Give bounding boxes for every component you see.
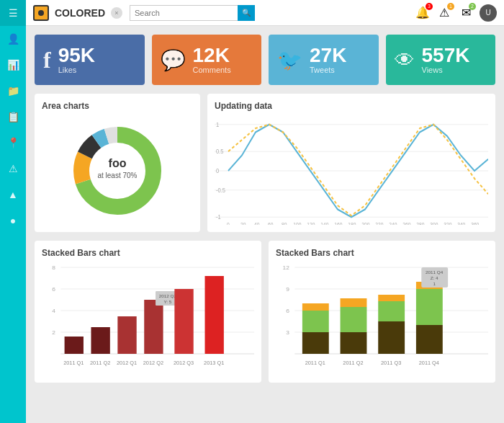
svg-text:120: 120 [307, 222, 315, 225]
bar-r-2011q4-green [416, 289, 443, 325]
stat-card-comments: 💬 12K Comments [152, 35, 262, 85]
sidebar-icon-menu[interactable]: ☰ [0, 0, 26, 26]
sidebar-icon-warning[interactable]: ⚠ [0, 156, 26, 182]
stat-card-views: 👁 557K Views [386, 35, 496, 85]
svg-text:2011 Q2: 2011 Q2 [90, 360, 110, 366]
brand-logo-inner [38, 10, 44, 16]
svg-text:200: 200 [361, 222, 369, 225]
donut-chart-title: Area charts [42, 101, 193, 111]
bar-r-2011q2-orange [341, 298, 367, 307]
donut-center-bg [90, 143, 145, 198]
svg-text:2011 Q1: 2011 Q1 [63, 360, 84, 366]
svg-text:320: 320 [444, 222, 451, 225]
content-area: f 95K Likes 💬 12K Comments 🐦 27K Tweets [26, 26, 504, 423]
svg-text:180: 180 [348, 222, 356, 225]
svg-text:300: 300 [430, 222, 438, 225]
notification-icon-2[interactable]: ⚠ 1 [436, 5, 452, 21]
sidebar-icon-triangle[interactable]: ▲ [0, 182, 26, 208]
svg-text:2012 Q2: 2012 Q2 [143, 360, 163, 366]
stat-label-comments: Comments [193, 66, 231, 74]
stat-label-facebook: Likes [58, 66, 95, 74]
notification-badge-2: 1 [447, 3, 454, 10]
stat-value-views: 557K [422, 45, 470, 66]
sidebar-icon-folder[interactable]: 📁 [0, 78, 26, 104]
charts-row-1: Area charts [35, 94, 495, 232]
search-input[interactable] [130, 5, 238, 21]
sidebar-icon-pin[interactable]: 📍 [0, 130, 26, 156]
brand-title: COLORED [55, 7, 105, 19]
stat-text-facebook: 95K Likes [58, 45, 95, 74]
donut-center-label: foo [109, 157, 127, 169]
svg-text:-0.5: -0.5 [216, 187, 226, 195]
svg-text:2012 Q3: 2012 Q3 [174, 360, 194, 366]
stat-label-views: Views [422, 66, 470, 74]
svg-text:240: 240 [389, 222, 397, 225]
svg-text:2: 2 [52, 329, 55, 336]
bar-chart-left-svg: 8 6 4 2 2011 Q1 2011 Q2 2012 Q1 [42, 264, 254, 375]
notification-icon-3[interactable]: ✉ 2 [458, 5, 474, 21]
svg-text:6: 6 [286, 308, 289, 314]
bar-chart-left-title: Stacked Bars chart [42, 248, 254, 258]
svg-text:0: 0 [227, 222, 230, 225]
bar-2012q1 [117, 316, 136, 354]
svg-text:0.5: 0.5 [216, 148, 224, 156]
donut-chart-card: Area charts [35, 94, 200, 232]
bar-r-2011q2-green [341, 307, 367, 332]
svg-text:100: 100 [293, 222, 301, 225]
stat-card-facebook: f 95K Likes [35, 35, 145, 85]
svg-text:2011 Q3: 2011 Q3 [381, 360, 401, 366]
svg-text:2013 Q1: 2013 Q1 [204, 360, 224, 366]
svg-text:280: 280 [416, 222, 424, 225]
svg-text:12: 12 [283, 264, 290, 271]
bar-r-2011q3-green [378, 301, 405, 321]
bar-chart-left-card: Stacked Bars chart 8 6 4 2 [35, 241, 261, 383]
svg-text:260: 260 [402, 222, 410, 225]
comments-icon: 💬 [161, 48, 186, 72]
sidebar-icon-list[interactable]: 📋 [0, 104, 26, 130]
svg-text:2012 Q1: 2012 Q1 [117, 360, 137, 366]
stat-card-twitter: 🐦 27K Tweets [269, 35, 379, 85]
svg-text:360: 360 [471, 222, 479, 225]
svg-text:Y: 5: Y: 5 [163, 299, 171, 304]
views-icon: 👁 [395, 48, 415, 72]
svg-text:340: 340 [457, 222, 465, 225]
svg-text:4: 4 [52, 308, 55, 314]
svg-text:6: 6 [52, 286, 55, 293]
stat-text-twitter: 27K Tweets [310, 45, 346, 74]
user-avatar[interactable]: U [480, 4, 497, 22]
svg-text:-1: -1 [216, 214, 221, 221]
donut-center-sublabel: at least 70% [97, 172, 137, 179]
sidebar-icon-user[interactable]: 👤 [0, 26, 26, 52]
bar-r-2011q1-orange [302, 303, 329, 311]
topbar-close-btn[interactable]: × [111, 7, 122, 19]
line-chart-wrap: 1 0.5 0 -0.5 -1 0 20 40 60 [215, 117, 488, 225]
sidebar-icon-chart[interactable]: 📊 [0, 52, 26, 78]
bar-2011q1 [65, 337, 84, 354]
notification-icon-1[interactable]: 🔔 3 [415, 5, 431, 21]
bar-chart-left-wrap: 8 6 4 2 2011 Q1 2011 Q2 2012 Q1 [42, 264, 254, 375]
stat-text-views: 557K Views [422, 45, 470, 74]
sidebar: ☰ 👤 📊 📁 📋 📍 ⚠ ▲ ● [0, 0, 26, 423]
topbar-icons: 🔔 3 ⚠ 1 ✉ 2 U [415, 4, 497, 22]
svg-text:3: 3 [286, 329, 289, 336]
stat-value-twitter: 27K [310, 45, 346, 66]
stat-value-facebook: 95K [58, 45, 95, 66]
svg-text:160: 160 [334, 222, 342, 225]
sidebar-icon-circle[interactable]: ● [0, 208, 26, 233]
donut-svg-wrap: foo at least 70% [67, 120, 168, 221]
svg-text:2012 Q2: 2012 Q2 [159, 293, 177, 298]
search-button[interactable]: 🔍 [238, 5, 255, 21]
bar-r-2011q3-orange [378, 295, 405, 301]
main-area: COLORED × 🔍 🔔 3 ⚠ 1 ✉ 2 U f [26, 0, 504, 423]
notification-badge-1: 3 [426, 3, 433, 10]
svg-text:2011 Q4: 2011 Q4 [426, 270, 444, 275]
svg-text:0: 0 [216, 168, 220, 175]
svg-text:60: 60 [268, 222, 273, 225]
notification-badge-3: 2 [469, 3, 476, 10]
facebook-icon: f [43, 47, 51, 74]
line-chart-svg: 1 0.5 0 -0.5 -1 0 20 40 60 [215, 117, 488, 225]
stat-value-comments: 12K [193, 45, 231, 66]
svg-text:140: 140 [320, 222, 328, 225]
stat-label-twitter: Tweets [310, 66, 346, 74]
svg-text:1: 1 [216, 122, 220, 129]
